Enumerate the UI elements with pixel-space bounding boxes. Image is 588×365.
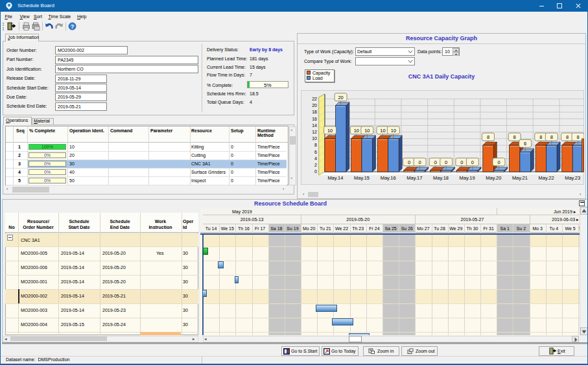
svg-text:May.23: May.23 xyxy=(565,175,580,181)
svg-text:18: 18 xyxy=(312,110,317,114)
svg-text:8: 8 xyxy=(576,134,579,140)
svg-text:May.16: May.16 xyxy=(381,175,396,181)
svg-text:4: 4 xyxy=(314,156,317,161)
svg-text:10: 10 xyxy=(354,128,359,134)
svg-text:May.18: May.18 xyxy=(433,175,449,181)
svg-text:May.21: May.21 xyxy=(512,175,528,181)
svg-text:0: 0 xyxy=(419,159,421,165)
svg-text:10: 10 xyxy=(312,136,317,141)
svg-text:May.17: May.17 xyxy=(406,175,422,181)
svg-text:0: 0 xyxy=(471,159,474,165)
svg-text:8: 8 xyxy=(487,134,489,140)
svg-text:May.22: May.22 xyxy=(539,175,554,181)
svg-text:20: 20 xyxy=(312,103,317,108)
svg-text:0: 0 xyxy=(460,159,463,165)
svg-text:May.15: May.15 xyxy=(354,175,370,181)
svg-text:10: 10 xyxy=(391,128,396,134)
svg-text:10: 10 xyxy=(327,128,333,134)
svg-text:0: 0 xyxy=(314,169,317,174)
svg-text:0: 0 xyxy=(408,159,410,165)
svg-text:8: 8 xyxy=(513,134,516,140)
svg-text:6: 6 xyxy=(314,150,317,154)
svg-text:May.14: May.14 xyxy=(327,175,343,181)
svg-text:2: 2 xyxy=(314,163,317,167)
svg-text:0: 0 xyxy=(497,159,500,165)
svg-text:8: 8 xyxy=(550,134,553,140)
svg-text:20: 20 xyxy=(338,95,343,100)
svg-text:8: 8 xyxy=(539,134,542,140)
svg-text:May.19: May.19 xyxy=(460,175,475,181)
svg-text:8: 8 xyxy=(314,143,317,147)
svg-text:10: 10 xyxy=(364,128,370,134)
svg-text:12: 12 xyxy=(312,130,317,134)
svg-text:0: 0 xyxy=(434,159,437,165)
svg-text:22: 22 xyxy=(312,97,317,101)
svg-text:14: 14 xyxy=(312,123,317,128)
svg-text:May.20: May.20 xyxy=(486,175,501,181)
svg-text:10: 10 xyxy=(380,128,385,134)
svg-text:0: 0 xyxy=(445,159,447,165)
svg-text:16: 16 xyxy=(312,117,317,121)
svg-text:6: 6 xyxy=(524,141,526,147)
svg-text:8: 8 xyxy=(566,134,569,140)
svg-text:?: ? xyxy=(71,23,74,30)
